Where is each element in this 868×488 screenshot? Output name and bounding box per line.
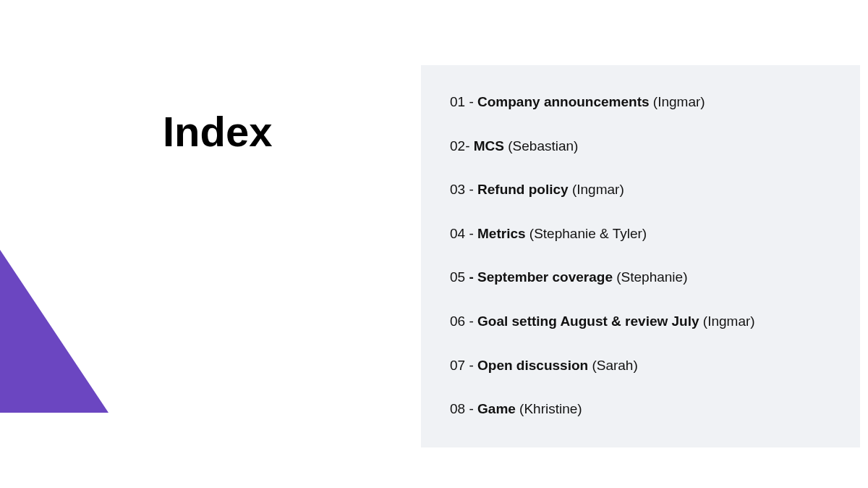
list-item: 04 - Metrics (Stephanie & Tyler) [450, 224, 831, 244]
item-number: 06 - [450, 314, 477, 329]
page-title: Index [163, 107, 273, 156]
item-number: 08 - [450, 401, 477, 416]
item-presenter: (Sebastian) [504, 138, 578, 153]
item-title: Metrics [477, 226, 526, 241]
item-number: 07 - [450, 358, 477, 373]
item-presenter: (Khristine) [516, 401, 582, 416]
item-number: 05 [450, 269, 469, 285]
item-presenter: (Ingmar) [650, 94, 705, 109]
item-number: 04 - [450, 226, 477, 241]
item-number: 03 - [450, 182, 477, 197]
item-presenter: (Ingmar) [699, 314, 755, 329]
item-number: 01 - [450, 94, 477, 109]
item-number: 02- [450, 138, 474, 153]
item-presenter: (Stephanie & Tyler) [526, 226, 647, 241]
item-presenter: (Ingmar) [569, 182, 624, 197]
item-presenter: (Stephanie) [613, 269, 688, 285]
item-title: Goal setting August & review July [477, 314, 699, 329]
item-title: Company announcements [477, 94, 650, 109]
list-item: 02- MCS (Sebastian) [450, 137, 831, 156]
list-item: 07 - Open discussion (Sarah) [450, 356, 831, 376]
item-presenter: (Sarah) [588, 358, 638, 373]
item-title: Game [477, 401, 516, 416]
item-title: Refund policy [477, 182, 569, 197]
decorative-triangle [0, 250, 109, 413]
item-title: - September coverage [469, 269, 613, 285]
item-title: MCS [474, 138, 504, 153]
list-item: 05 - September coverage (Stephanie) [450, 268, 831, 287]
list-item: 08 - Game (Khristine) [450, 400, 831, 419]
list-item: 01 - Company announcements (Ingmar) [450, 93, 831, 112]
list-item: 03 - Refund policy (Ingmar) [450, 180, 831, 200]
index-panel: 01 - Company announcements (Ingmar) 02- … [421, 65, 860, 447]
list-item: 06 - Goal setting August & review July (… [450, 312, 831, 332]
item-title: Open discussion [477, 358, 588, 373]
